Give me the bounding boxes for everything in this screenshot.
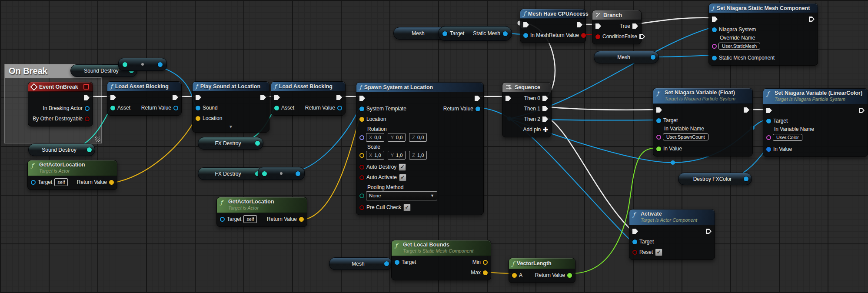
return-value-pin[interactable] <box>476 107 480 111</box>
exec-in-pin[interactable] <box>595 23 601 29</box>
condition-pin[interactable] <box>595 34 600 39</box>
auto-activate-checkbox[interactable]: ✓ <box>399 174 406 181</box>
min-pin[interactable] <box>483 260 488 265</box>
then1-pin[interactable] <box>542 106 548 111</box>
target-pin[interactable] <box>632 240 637 244</box>
exec-in-pin[interactable] <box>712 17 718 22</box>
exec-out-pin[interactable] <box>706 229 712 234</box>
collapse-arrow-icon[interactable]: ▼ <box>193 123 269 130</box>
exec-in-pin[interactable] <box>632 229 638 234</box>
conversion-node-sound[interactable] <box>118 58 167 71</box>
node-getactorlocation-2[interactable]: ƒ GetActorLocation Target is Actor Targe… <box>216 197 307 227</box>
in-value-pin[interactable] <box>766 147 771 152</box>
scale-pin[interactable] <box>359 153 364 158</box>
target-pin[interactable] <box>442 31 447 36</box>
exec-out-pin[interactable] <box>260 95 266 100</box>
in-variable-name-pin[interactable] <box>656 135 661 140</box>
blueprint-graph-canvas[interactable]: On Break Event OnBreak In Breaking Actor… <box>0 0 868 293</box>
exec-out-pin[interactable] <box>744 107 749 113</box>
pre-cull-checkbox[interactable]: ✓ <box>403 204 411 211</box>
node-spawn-system-at-location[interactable]: ƒ Spawn System at Location System Templa… <box>356 82 484 215</box>
location-pin[interactable] <box>359 117 364 122</box>
output-pin[interactable] <box>158 62 163 67</box>
return-value-pin[interactable] <box>173 106 178 110</box>
a-pin[interactable] <box>512 273 517 278</box>
node-set-niagara-variable-float[interactable]: ƒ Set Niagara Variable (Float) Target is… <box>653 88 753 156</box>
output-pin[interactable] <box>255 141 260 146</box>
target-pin[interactable] <box>220 217 225 222</box>
variable-pill-destroy-fxcolor[interactable]: Destroy FXColor <box>678 173 752 185</box>
max-pin[interactable] <box>483 270 488 275</box>
static-mesh-component-pin[interactable] <box>712 56 717 60</box>
exec-out-pin[interactable] <box>173 95 178 100</box>
auto-activate-pin[interactable] <box>359 175 364 180</box>
rotation-pin[interactable] <box>359 135 364 140</box>
location-pin[interactable] <box>196 116 200 121</box>
variable-pill-mesh-bottom[interactable]: Mesh <box>329 257 392 270</box>
exec-in-pin[interactable] <box>274 95 280 100</box>
node-load-asset-blocking-2[interactable]: ƒ Load Asset Blocking Asset Return Value <box>271 81 346 116</box>
scale-x-input[interactable]: X1,0 <box>366 151 384 160</box>
node-get-local-bounds[interactable]: ƒ Get Local Bounds Target is Static Mesh… <box>391 240 491 280</box>
override-name-pin[interactable] <box>712 44 717 49</box>
then0-pin[interactable] <box>542 96 548 101</box>
exec-in-pin[interactable] <box>766 108 772 113</box>
variable-pill-fx-destroy-1[interactable]: FX Destroy <box>198 137 263 150</box>
variable-name-input[interactable]: User.Color <box>773 134 802 141</box>
rotation-y-input[interactable]: Y0,0 <box>388 133 406 142</box>
true-pin[interactable] <box>632 23 638 29</box>
exec-out-pin[interactable] <box>577 22 582 27</box>
output-pin[interactable] <box>651 55 655 60</box>
sound-pin[interactable] <box>196 106 200 110</box>
target-pin[interactable] <box>395 260 399 265</box>
asset-pin[interactable] <box>110 106 115 110</box>
node-branch[interactable]: Branch True Condition False <box>592 10 642 44</box>
pre-cull-check-pin[interactable] <box>359 205 364 210</box>
auto-destroy-checkbox[interactable]: ✓ <box>399 163 406 171</box>
input-pin[interactable] <box>123 62 127 67</box>
node-event-onbreak[interactable]: Event OnBreak In Breaking Actor By Other… <box>28 82 93 127</box>
node-vectorlength[interactable]: ƒ VectorLength A Return Value <box>509 258 575 283</box>
exec-in-pin[interactable] <box>656 107 662 113</box>
exec-out-pin[interactable] <box>859 108 865 113</box>
output-pin[interactable] <box>296 171 300 176</box>
in-value-pin[interactable] <box>656 146 661 151</box>
breaking-actor-pin[interactable] <box>85 106 90 111</box>
node-play-sound-at-location[interactable]: ƒ Play Sound at Location Sound Location … <box>192 81 269 133</box>
target-pin[interactable] <box>31 180 36 185</box>
pooling-method-pin[interactable] <box>359 193 364 198</box>
reset-checkbox[interactable]: ✓ <box>655 249 662 256</box>
exec-out-pin[interactable] <box>84 95 90 100</box>
by-other-destroyable-pin[interactable] <box>85 117 90 121</box>
return-value-pin[interactable] <box>337 106 342 110</box>
static-mesh-pin[interactable] <box>503 31 508 36</box>
return-value-pin[interactable] <box>299 217 304 222</box>
exec-in-pin[interactable] <box>506 96 511 101</box>
scale-z-input[interactable]: Z1,0 <box>409 151 427 160</box>
variable-pill-mesh-right[interactable]: Mesh <box>594 51 659 63</box>
niagara-system-pin[interactable] <box>712 27 717 32</box>
in-mesh-pin[interactable] <box>523 33 528 38</box>
exec-in-pin[interactable] <box>110 95 116 100</box>
exec-in-pin[interactable] <box>523 22 529 27</box>
return-value-pin[interactable] <box>109 180 114 185</box>
then2-pin[interactable] <box>542 117 548 122</box>
false-pin[interactable] <box>639 34 645 39</box>
scale-y-input[interactable]: Y1,0 <box>388 151 406 160</box>
exec-out-pin[interactable] <box>475 96 480 101</box>
self-input[interactable]: self <box>243 215 257 223</box>
pooling-method-dropdown[interactable]: None▼ <box>366 191 437 200</box>
output-pin[interactable] <box>87 147 92 152</box>
rotation-z-input[interactable]: Z0,0 <box>409 133 427 142</box>
conversion-node-fx[interactable] <box>258 167 305 180</box>
node-set-niagara-variable-linearcolor[interactable]: ƒ Set Niagara Variable (LinearColor) Tar… <box>763 88 868 157</box>
exec-in-pin[interactable] <box>196 95 201 100</box>
input-pin[interactable] <box>262 171 267 176</box>
self-input[interactable]: self <box>54 178 68 186</box>
exec-out-pin[interactable] <box>336 95 342 100</box>
in-variable-name-pin[interactable] <box>766 135 771 140</box>
output-pin[interactable] <box>384 261 389 266</box>
override-name-input[interactable]: User.StaticMesh <box>718 43 760 50</box>
node-sequence[interactable]: Sequence Then 0 Then 1 Then 2 Add pin✚ <box>502 82 552 137</box>
target-pin[interactable] <box>656 118 661 123</box>
